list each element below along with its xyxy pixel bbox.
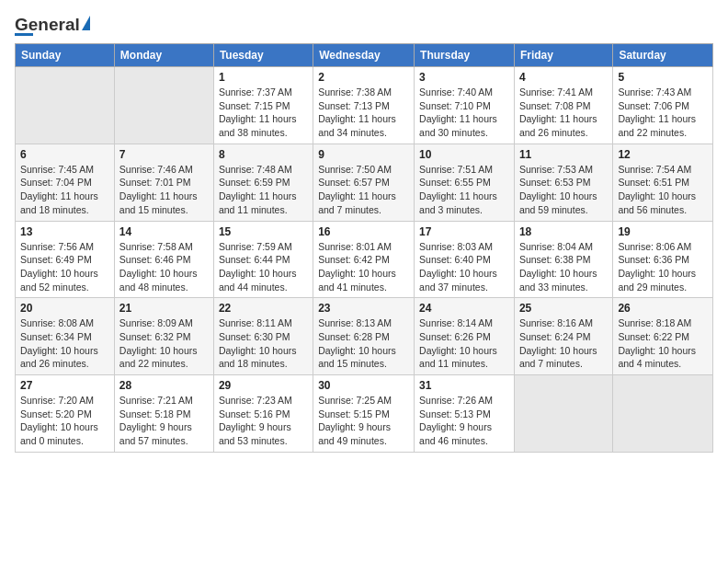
day-number: 22 [219, 302, 308, 315]
calendar-table: SundayMondayTuesdayWednesdayThursdayFrid… [15, 43, 713, 453]
calendar-day-cell: 7Sunrise: 7:46 AMSunset: 7:01 PMDaylight… [114, 144, 213, 221]
day-info: Sunrise: 7:48 AMSunset: 6:59 PMDaylight:… [219, 163, 308, 217]
calendar-day-cell: 2Sunrise: 7:38 AMSunset: 7:13 PMDaylight… [313, 67, 415, 144]
logo: General [15, 15, 90, 36]
day-number: 27 [20, 379, 109, 392]
day-info: Sunrise: 7:58 AMSunset: 6:46 PMDaylight:… [119, 240, 209, 294]
calendar-day-cell: 3Sunrise: 7:40 AMSunset: 7:10 PMDaylight… [415, 67, 515, 144]
day-info: Sunrise: 7:56 AMSunset: 6:49 PMDaylight:… [20, 240, 109, 294]
calendar-day-cell: 20Sunrise: 8:08 AMSunset: 6:34 PMDayligh… [16, 298, 115, 375]
day-number: 31 [419, 379, 509, 392]
calendar-day-cell [16, 67, 115, 144]
calendar-header-row: SundayMondayTuesdayWednesdayThursdayFrid… [16, 44, 713, 67]
weekday-header: Wednesday [313, 44, 415, 67]
day-number: 10 [419, 148, 509, 161]
calendar-day-cell: 9Sunrise: 7:50 AMSunset: 6:57 PMDaylight… [313, 144, 415, 221]
calendar-day-cell: 6Sunrise: 7:45 AMSunset: 7:04 PMDaylight… [16, 144, 115, 221]
calendar-day-cell: 29Sunrise: 7:23 AMSunset: 5:16 PMDayligh… [213, 375, 313, 453]
calendar-day-cell: 12Sunrise: 7:54 AMSunset: 6:51 PMDayligh… [613, 144, 713, 221]
day-number: 4 [519, 71, 608, 84]
calendar-day-cell: 8Sunrise: 7:48 AMSunset: 6:59 PMDaylight… [213, 144, 313, 221]
calendar-day-cell: 15Sunrise: 7:59 AMSunset: 6:44 PMDayligh… [213, 221, 313, 298]
calendar-day-cell: 14Sunrise: 7:58 AMSunset: 6:46 PMDayligh… [114, 221, 213, 298]
day-number: 21 [119, 302, 209, 315]
day-info: Sunrise: 7:51 AMSunset: 6:55 PMDaylight:… [419, 163, 509, 217]
calendar-day-cell: 18Sunrise: 8:04 AMSunset: 6:38 PMDayligh… [514, 221, 612, 298]
day-info: Sunrise: 7:45 AMSunset: 7:04 PMDaylight:… [20, 163, 109, 217]
calendar-day-cell [114, 67, 213, 144]
calendar-day-cell: 22Sunrise: 8:11 AMSunset: 6:30 PMDayligh… [213, 298, 313, 375]
day-number: 29 [219, 379, 308, 392]
day-info: Sunrise: 7:20 AMSunset: 5:20 PMDaylight:… [20, 394, 109, 448]
day-number: 13 [20, 225, 109, 238]
day-number: 12 [618, 148, 708, 161]
day-number: 6 [20, 148, 109, 161]
calendar-day-cell: 23Sunrise: 8:13 AMSunset: 6:28 PMDayligh… [313, 298, 415, 375]
calendar-day-cell [613, 375, 713, 453]
day-info: Sunrise: 7:41 AMSunset: 7:08 PMDaylight:… [519, 86, 608, 140]
calendar-day-cell: 4Sunrise: 7:41 AMSunset: 7:08 PMDaylight… [514, 67, 612, 144]
day-number: 24 [419, 302, 509, 315]
day-number: 25 [519, 302, 608, 315]
day-info: Sunrise: 8:01 AMSunset: 6:42 PMDaylight:… [318, 240, 409, 294]
day-info: Sunrise: 8:14 AMSunset: 6:26 PMDaylight:… [419, 316, 509, 371]
day-number: 16 [318, 225, 409, 238]
logo-line-icon [15, 33, 33, 36]
day-info: Sunrise: 7:38 AMSunset: 7:13 PMDaylight:… [318, 86, 409, 140]
weekday-header: Thursday [415, 44, 515, 67]
day-info: Sunrise: 7:21 AMSunset: 5:18 PMDaylight:… [119, 394, 209, 448]
day-number: 19 [618, 225, 708, 238]
calendar-day-cell [514, 375, 612, 453]
weekday-header: Friday [514, 44, 612, 67]
day-number: 26 [618, 302, 708, 315]
calendar-week-row: 27Sunrise: 7:20 AMSunset: 5:20 PMDayligh… [16, 375, 713, 453]
day-info: Sunrise: 8:08 AMSunset: 6:34 PMDaylight:… [20, 316, 109, 371]
day-number: 14 [119, 225, 209, 238]
calendar-day-cell: 11Sunrise: 7:53 AMSunset: 6:53 PMDayligh… [514, 144, 612, 221]
day-info: Sunrise: 7:53 AMSunset: 6:53 PMDaylight:… [519, 163, 608, 217]
day-number: 15 [219, 225, 308, 238]
day-info: Sunrise: 8:18 AMSunset: 6:22 PMDaylight:… [618, 316, 708, 371]
day-info: Sunrise: 7:43 AMSunset: 7:06 PMDaylight:… [618, 86, 708, 140]
day-info: Sunrise: 8:13 AMSunset: 6:28 PMDaylight:… [318, 316, 409, 371]
day-number: 28 [119, 379, 209, 392]
weekday-header: Tuesday [213, 44, 313, 67]
day-info: Sunrise: 7:23 AMSunset: 5:16 PMDaylight:… [219, 394, 308, 448]
page-header: General [15, 15, 713, 36]
day-number: 1 [219, 71, 308, 84]
calendar-day-cell: 26Sunrise: 8:18 AMSunset: 6:22 PMDayligh… [613, 298, 713, 375]
day-number: 17 [419, 225, 509, 238]
calendar-day-cell: 16Sunrise: 8:01 AMSunset: 6:42 PMDayligh… [313, 221, 415, 298]
calendar-day-cell: 17Sunrise: 8:03 AMSunset: 6:40 PMDayligh… [415, 221, 515, 298]
day-info: Sunrise: 8:16 AMSunset: 6:24 PMDaylight:… [519, 316, 608, 371]
calendar-day-cell: 19Sunrise: 8:06 AMSunset: 6:36 PMDayligh… [613, 221, 713, 298]
calendar-day-cell: 31Sunrise: 7:26 AMSunset: 5:13 PMDayligh… [415, 375, 515, 453]
day-info: Sunrise: 7:46 AMSunset: 7:01 PMDaylight:… [119, 163, 209, 217]
calendar-week-row: 1Sunrise: 7:37 AMSunset: 7:15 PMDaylight… [16, 67, 713, 144]
day-info: Sunrise: 8:09 AMSunset: 6:32 PMDaylight:… [119, 316, 209, 371]
calendar-day-cell: 25Sunrise: 8:16 AMSunset: 6:24 PMDayligh… [514, 298, 612, 375]
day-number: 30 [318, 379, 409, 392]
day-number: 8 [219, 148, 308, 161]
day-number: 18 [519, 225, 608, 238]
calendar-day-cell: 30Sunrise: 7:25 AMSunset: 5:15 PMDayligh… [313, 375, 415, 453]
day-number: 20 [20, 302, 109, 315]
day-info: Sunrise: 7:25 AMSunset: 5:15 PMDaylight:… [318, 394, 409, 448]
calendar-day-cell: 1Sunrise: 7:37 AMSunset: 7:15 PMDaylight… [213, 67, 313, 144]
calendar-week-row: 20Sunrise: 8:08 AMSunset: 6:34 PMDayligh… [16, 298, 713, 375]
weekday-header: Monday [114, 44, 213, 67]
logo-arrow-icon [82, 16, 90, 30]
day-number: 23 [318, 302, 409, 315]
logo-text-general: General [15, 15, 80, 35]
calendar-day-cell: 13Sunrise: 7:56 AMSunset: 6:49 PMDayligh… [16, 221, 115, 298]
day-number: 5 [618, 71, 708, 84]
day-number: 9 [318, 148, 409, 161]
day-info: Sunrise: 8:03 AMSunset: 6:40 PMDaylight:… [419, 240, 509, 294]
calendar-week-row: 13Sunrise: 7:56 AMSunset: 6:49 PMDayligh… [16, 221, 713, 298]
calendar-day-cell: 5Sunrise: 7:43 AMSunset: 7:06 PMDaylight… [613, 67, 713, 144]
calendar-day-cell: 24Sunrise: 8:14 AMSunset: 6:26 PMDayligh… [415, 298, 515, 375]
calendar-day-cell: 28Sunrise: 7:21 AMSunset: 5:18 PMDayligh… [114, 375, 213, 453]
day-info: Sunrise: 8:11 AMSunset: 6:30 PMDaylight:… [219, 316, 308, 371]
day-info: Sunrise: 8:06 AMSunset: 6:36 PMDaylight:… [618, 240, 708, 294]
day-number: 3 [419, 71, 509, 84]
